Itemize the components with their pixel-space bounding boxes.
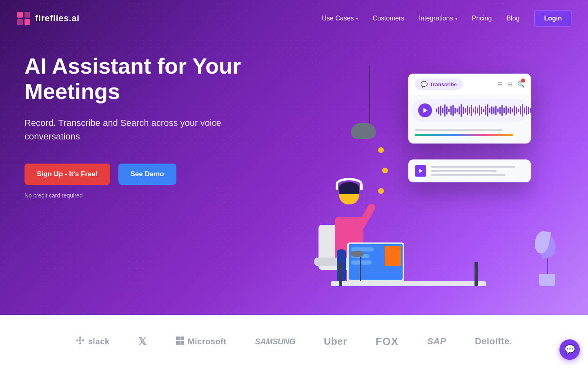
laptop (347, 242, 404, 281)
play-triangle-icon (423, 108, 428, 113)
video-call-person (385, 246, 401, 266)
person-arm (356, 202, 377, 231)
grid-icon: ⊞ (508, 81, 512, 88)
waveform-bars (436, 104, 531, 117)
brand-microsoft: Microsoft (176, 336, 227, 347)
traffic-lights (521, 79, 525, 83)
wbar (512, 108, 513, 112)
wbar (510, 107, 511, 114)
logo-link[interactable]: fireflies.ai (16, 11, 80, 26)
chevron-down-icon: ▾ (356, 16, 358, 21)
svg-rect-1 (24, 12, 30, 18)
wbar (477, 108, 478, 113)
nav-links: Use Cases ▾ Customers Integrations ▾ Pri… (322, 10, 572, 27)
wbar (481, 107, 482, 114)
wbar (528, 107, 529, 114)
wbar (459, 106, 460, 114)
wbar (489, 108, 490, 113)
svg-rect-0 (17, 12, 23, 18)
card-header: 💬 Transcribe ☰ ⊞ 🔍 (408, 74, 531, 95)
svg-rect-8 (82, 339, 84, 341)
message-icon: 💬 (421, 81, 428, 88)
nav-blog[interactable]: Blog (506, 15, 519, 22)
samsung-label: SAMSUNG (255, 337, 295, 346)
signup-button[interactable]: Sign Up - It's Free! (24, 164, 110, 185)
login-button[interactable]: Login (534, 10, 572, 27)
sap-label: SAP (427, 336, 446, 347)
uber-label: Uber (324, 336, 347, 347)
wbar (499, 107, 501, 114)
wbar (461, 104, 462, 117)
person-illustration (331, 127, 445, 311)
demo-button[interactable]: See Demo (118, 164, 176, 185)
brand-sap: SAP (427, 336, 446, 347)
wbar (530, 108, 531, 113)
wbar (475, 106, 476, 114)
brands-bar: slack 𝕏 Microsoft SAMSUNG Uber FOX SAP D… (0, 315, 588, 368)
close-dot (521, 79, 525, 83)
hero-section: fireflies.ai Use Cases ▾ Customers Integ… (0, 0, 588, 315)
hero-title: AI Assistant for Your Meetings (24, 53, 278, 104)
wbar (436, 108, 437, 112)
nav-integrations[interactable]: Integrations ▾ (419, 15, 457, 22)
wbar (526, 106, 527, 115)
svg-rect-10 (180, 337, 184, 340)
wbar (485, 106, 486, 115)
svg-rect-2 (17, 19, 23, 25)
wbar (479, 105, 480, 116)
wbar (514, 105, 515, 116)
wbar (457, 108, 458, 112)
nav-pricing[interactable]: Pricing (472, 15, 492, 22)
logo-icon (16, 11, 31, 26)
svg-rect-4 (76, 339, 78, 341)
slack-icon (76, 336, 85, 347)
wbar (516, 107, 517, 114)
lamp-head (351, 251, 363, 257)
transcribe-bubble: 💬 Transcribe (415, 79, 463, 90)
wbar (524, 108, 525, 113)
svg-rect-12 (180, 341, 184, 345)
nav-use-cases[interactable]: Use Cases ▾ (322, 15, 358, 22)
desk-surface (331, 281, 486, 286)
hero-buttons: Sign Up - It's Free! See Demo (24, 164, 278, 185)
wbar (469, 107, 470, 114)
logo-text: fireflies.ai (35, 13, 80, 24)
play-button[interactable] (418, 103, 432, 117)
hero-illustration: 💬 Transcribe ☰ ⊞ 🔍 (253, 33, 588, 311)
card-action-icons: ☰ ⊞ 🔍 (497, 81, 524, 88)
wbar (520, 106, 521, 114)
wbar (440, 105, 441, 116)
wbar (438, 107, 439, 114)
wbar (467, 105, 468, 115)
wbar (483, 109, 484, 112)
wbar (506, 106, 507, 115)
card-text-lines (431, 166, 524, 176)
wbar (444, 104, 445, 117)
deloitte-label: Deloitte. (475, 336, 512, 347)
decorative-plant (531, 258, 564, 286)
microsoft-icon (176, 336, 185, 347)
wbar (501, 105, 503, 116)
chat-icon: 💬 (564, 344, 575, 355)
wbar (493, 107, 494, 114)
svg-rect-7 (79, 342, 81, 344)
hero-subtitle: Record, Transcribe and Search across you… (24, 116, 278, 143)
nav-customers[interactable]: Customers (373, 15, 404, 22)
chat-widget[interactable]: 💬 (559, 339, 580, 360)
brand-deloitte: Deloitte. (475, 336, 512, 347)
person-head (339, 182, 359, 204)
list-icon: ☰ (497, 81, 503, 88)
hero-content: AI Assistant for Your Meetings Record, T… (24, 53, 278, 199)
twitter-icon: 𝕏 (138, 335, 147, 348)
wbar (446, 106, 448, 114)
brand-slack: slack (76, 336, 110, 347)
waveform-area (412, 99, 528, 122)
headphones (336, 178, 363, 190)
wbar (471, 105, 472, 116)
brand-samsung: SAMSUNG (255, 337, 295, 346)
wbar (522, 104, 523, 117)
wbar (465, 108, 466, 113)
wbar (487, 104, 488, 117)
lamp-stand (360, 257, 361, 281)
brand-twitter: 𝕏 (138, 335, 147, 348)
